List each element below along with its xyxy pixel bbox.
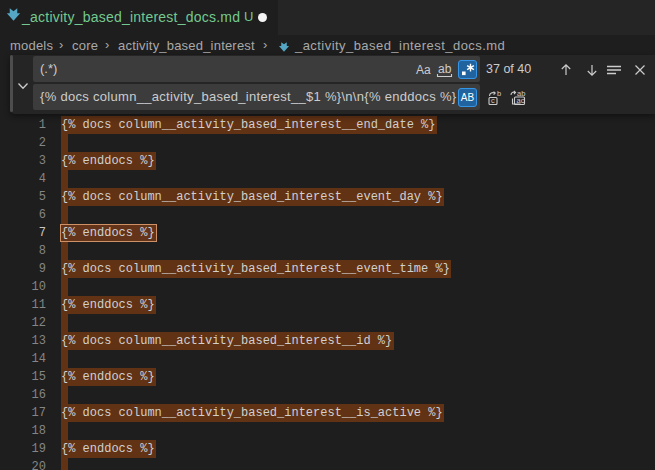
svg-text:ac: ac xyxy=(517,96,525,105)
svg-text:ab: ab xyxy=(438,62,452,76)
svg-text:c: c xyxy=(491,96,495,105)
svg-text:b: b xyxy=(497,89,501,98)
